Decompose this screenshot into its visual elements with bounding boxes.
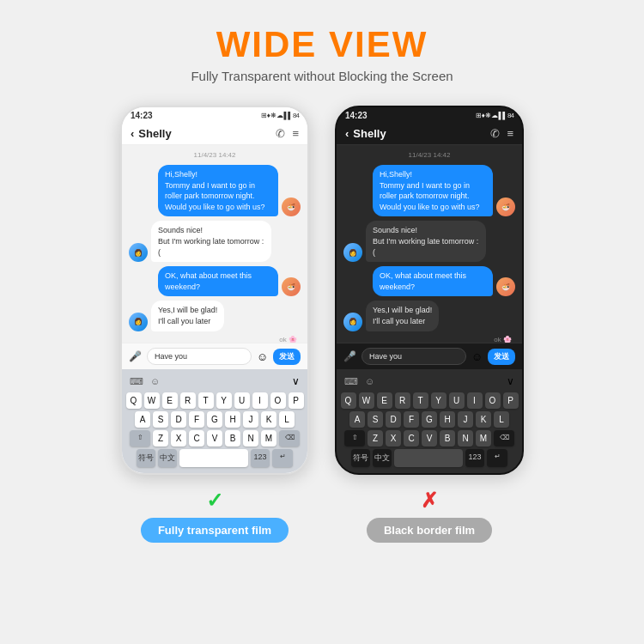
- key-r[interactable]: R: [180, 392, 196, 409]
- rkey-d[interactable]: D: [386, 411, 401, 428]
- rkey-c[interactable]: C: [404, 430, 419, 447]
- rkey-symbols[interactable]: 符号: [351, 449, 370, 467]
- right-chat-header: ‹ Shelly ✆ ≡: [337, 123, 522, 145]
- right-key-row-3: ⇧ Z X C V B N M ⌫: [339, 430, 519, 447]
- left-avatar-4: 👩: [129, 313, 148, 331]
- key-y[interactable]: Y: [216, 392, 232, 409]
- rkey-shift[interactable]: ⇧: [344, 430, 365, 447]
- left-phone-icon[interactable]: ✆: [276, 127, 285, 140]
- right-emoji-icon[interactable]: ☺: [471, 350, 483, 363]
- rkey-l[interactable]: L: [494, 411, 509, 428]
- rkey-space[interactable]: [394, 449, 463, 467]
- left-emoji-icon[interactable]: ☺: [257, 350, 268, 363]
- key-t[interactable]: T: [198, 392, 214, 409]
- rkey-i[interactable]: I: [467, 392, 483, 409]
- right-kb-icon1[interactable]: ⌨: [344, 376, 358, 387]
- key-x[interactable]: X: [171, 430, 186, 447]
- rkey-x[interactable]: X: [386, 430, 401, 447]
- key-space[interactable]: [179, 449, 248, 467]
- key-z[interactable]: Z: [153, 430, 168, 447]
- rkey-u[interactable]: U: [449, 392, 465, 409]
- rkey-k[interactable]: K: [476, 411, 491, 428]
- key-i[interactable]: I: [252, 392, 268, 409]
- rkey-w[interactable]: W: [359, 392, 374, 409]
- left-chat-header: ‹ Shelly ✆ ≡: [122, 123, 307, 145]
- rkey-n[interactable]: N: [458, 430, 473, 447]
- right-input-field[interactable]: Have you: [361, 348, 466, 365]
- right-phone: 14:23 ⊞ ♦ ❋ ☁ ▌▌ 84 ‹ Shelly ✆ ≡: [335, 106, 524, 475]
- rkey-e[interactable]: E: [377, 392, 392, 409]
- rkey-o[interactable]: O: [485, 392, 501, 409]
- right-mic-icon[interactable]: 🎤: [343, 350, 356, 362]
- right-ok-label: ok 🌸: [343, 336, 515, 343]
- key-chinese[interactable]: 中文: [158, 449, 177, 467]
- rkey-j[interactable]: J: [458, 411, 473, 428]
- key-c[interactable]: C: [189, 430, 204, 447]
- right-menu-icon[interactable]: ≡: [507, 127, 513, 140]
- rkey-v[interactable]: V: [422, 430, 437, 447]
- key-symbols[interactable]: 符号: [137, 449, 155, 467]
- rkey-m[interactable]: M: [476, 430, 491, 447]
- key-h[interactable]: H: [225, 411, 240, 428]
- rkey-chinese[interactable]: 中文: [373, 449, 392, 467]
- left-menu-icon[interactable]: ≡: [292, 127, 299, 140]
- key-b[interactable]: B: [225, 430, 240, 447]
- key-a[interactable]: A: [135, 411, 150, 428]
- key-k[interactable]: K: [261, 411, 276, 428]
- right-key-row-1: Q W E R T Y U I O P: [339, 392, 519, 409]
- key-e[interactable]: E: [162, 392, 178, 409]
- key-d[interactable]: D: [171, 411, 186, 428]
- rkey-z[interactable]: Z: [368, 430, 383, 447]
- key-w[interactable]: W: [144, 392, 160, 409]
- right-date-label: 11/4/23 14:42: [343, 151, 515, 159]
- rkey-b[interactable]: B: [440, 430, 455, 447]
- rkey-f[interactable]: F: [404, 411, 419, 428]
- left-key-row-4: 符号 中文 123 ↵: [125, 449, 305, 467]
- left-kb-icon2[interactable]: ☺: [150, 376, 160, 387]
- left-send-btn[interactable]: 发送: [273, 349, 301, 365]
- left-back-icon[interactable]: ‹: [131, 127, 134, 140]
- rkey-r[interactable]: R: [395, 392, 410, 409]
- left-mic-icon[interactable]: 🎤: [129, 350, 142, 362]
- rkey-enter[interactable]: ↵: [487, 449, 507, 467]
- left-input-field[interactable]: Have you: [147, 348, 252, 365]
- left-msg-4: 👩 Yes,I will be glad!I'll call you later: [129, 301, 301, 331]
- right-kb-chevron[interactable]: ∨: [507, 375, 514, 387]
- right-back-icon[interactable]: ‹: [345, 127, 349, 140]
- key-s[interactable]: S: [153, 411, 168, 428]
- left-kb-chevron[interactable]: ∨: [292, 375, 300, 387]
- rkey-y[interactable]: Y: [431, 392, 447, 409]
- rkey-t[interactable]: T: [413, 392, 428, 409]
- rkey-g[interactable]: G: [422, 411, 437, 428]
- right-phone-icon[interactable]: ✆: [490, 127, 500, 140]
- rkey-h[interactable]: H: [440, 411, 455, 428]
- key-j[interactable]: J: [243, 411, 258, 428]
- left-kb-icon1[interactable]: ⌨: [130, 376, 143, 387]
- key-u[interactable]: U: [234, 392, 250, 409]
- key-del[interactable]: ⌫: [279, 430, 300, 447]
- key-g[interactable]: G: [207, 411, 222, 428]
- left-avatar-3: 🍜: [282, 277, 301, 296]
- key-f[interactable]: F: [189, 411, 204, 428]
- rkey-123[interactable]: 123: [465, 449, 484, 467]
- right-chat-body: 11/4/23 14:42 🍜 Hi,Shelly!Tommy and I wa…: [337, 145, 522, 343]
- rkey-s[interactable]: S: [368, 411, 383, 428]
- key-shift[interactable]: ⇧: [130, 430, 150, 447]
- rkey-del[interactable]: ⌫: [494, 430, 514, 447]
- key-n[interactable]: N: [243, 430, 258, 447]
- rkey-p[interactable]: P: [503, 392, 519, 409]
- rkey-q[interactable]: Q: [341, 392, 356, 409]
- key-q[interactable]: Q: [126, 392, 142, 409]
- key-enter[interactable]: ↵: [272, 449, 293, 467]
- key-m[interactable]: M: [261, 430, 276, 447]
- key-l[interactable]: L: [279, 411, 295, 428]
- right-send-btn[interactable]: 发送: [488, 349, 515, 365]
- right-kb-icon2[interactable]: ☺: [365, 376, 374, 387]
- key-v[interactable]: V: [207, 430, 222, 447]
- right-msg-4: 👩 Yes,I will be glad!I'll call you later: [343, 301, 515, 331]
- key-p[interactable]: P: [289, 392, 304, 409]
- key-o[interactable]: O: [270, 392, 286, 409]
- key-123[interactable]: 123: [251, 449, 270, 467]
- rkey-a[interactable]: A: [349, 411, 365, 428]
- right-bubble-2: Sounds nice!But I'm working late tomorro…: [366, 221, 486, 262]
